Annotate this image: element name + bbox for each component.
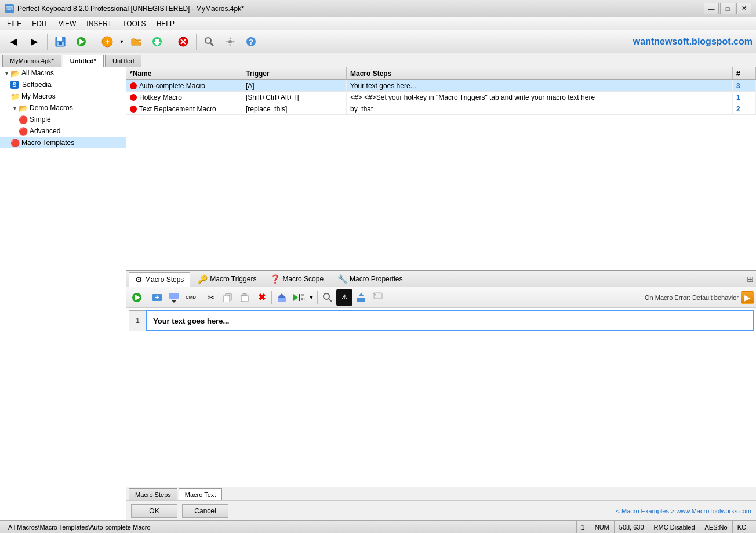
main-toolbar: ◀ ▶ + ▼ + ? wantnewsoft.blogspot.com	[0, 30, 756, 53]
subtab-macro-text-label: Macro Text	[185, 491, 216, 498]
sidebar-item-demo-macros[interactable]: ▾ 📂 Demo Macros	[0, 102, 126, 114]
sidebar-label-macro-templates: Macro Templates	[21, 139, 74, 147]
toolbar-sep-2	[94, 34, 94, 50]
list-header: *Name Trigger Macro Steps #	[126, 67, 756, 80]
pt-find[interactable]	[319, 289, 336, 306]
pt-start-step[interactable]: STEP	[290, 289, 307, 306]
config-button[interactable]	[220, 32, 240, 52]
row3-name: Text Replacement Macro	[126, 103, 242, 114]
pt-delete[interactable]: ✖	[253, 289, 270, 306]
find-button[interactable]	[199, 32, 219, 52]
table-row[interactable]: Hotkey Macro [Shift+Ctrl+Alt+T] <#> <#>S…	[126, 92, 756, 103]
collapse-demo-macros[interactable]: ▾	[10, 105, 19, 111]
row2-name-text: Hotkey Macro	[139, 93, 182, 101]
tab-untitled-star[interactable]: Untitled*	[63, 55, 104, 67]
pt-error-arrow[interactable]: ▶	[741, 291, 754, 304]
statusbar: All Macros\Macro Templates\Auto-complete…	[0, 520, 756, 533]
pt-add-below[interactable]	[166, 289, 182, 306]
row2-steps: <#> <#>Set your hot-key in "Macro Trigge…	[347, 92, 733, 103]
import-button[interactable]	[147, 32, 167, 52]
pt-move-up[interactable]	[274, 289, 290, 306]
minimize-button[interactable]: —	[704, 3, 719, 14]
svg-rect-28	[243, 293, 246, 296]
step-content-1[interactable]: Your text goes here...	[146, 310, 754, 331]
svg-line-15	[210, 43, 213, 46]
macro-examples-link[interactable]: < Macro Examples > www.MacroToolworks.co…	[616, 507, 751, 514]
pt-right: On Macro Error: Default behavior ▶	[645, 291, 754, 304]
step-row-1: 1 Your text goes here...	[129, 310, 754, 331]
row2-count: 1	[733, 92, 756, 103]
save-button[interactable]	[50, 32, 70, 52]
row1-name-text: Auto-complete Macro	[139, 82, 205, 90]
status-step: 1	[577, 521, 590, 533]
tab-mymacros[interactable]: MyMacros.4pk*	[2, 55, 61, 67]
menu-insert[interactable]: INSERT	[82, 18, 117, 30]
cancel-button[interactable]: Cancel	[182, 504, 228, 518]
back-button[interactable]: ◀	[3, 32, 23, 52]
menu-edit[interactable]: EDIT	[27, 18, 52, 30]
help-button[interactable]: ?	[241, 32, 261, 52]
tab-macro-properties[interactable]: 🔧 Macro Properties	[331, 271, 409, 287]
svg-text:STEP: STEP	[301, 297, 305, 300]
run-button[interactable]	[71, 32, 91, 52]
forward-button[interactable]: ▶	[24, 32, 44, 52]
toolbar-sep-1	[47, 34, 48, 50]
titlebar: ⌨ Perfect Keyboard 8.2.0 Professional [U…	[0, 0, 756, 17]
bottom-subtabs: Macro Steps Macro Text	[126, 487, 756, 501]
new-macro-button[interactable]: +	[97, 32, 117, 52]
row3-trigger: [replace_this]	[242, 103, 347, 114]
pt-paste[interactable]	[237, 289, 253, 306]
svg-marker-31	[293, 294, 298, 301]
simple-icon: 🔴	[19, 115, 28, 124]
panel-expand-icon[interactable]: ⊞	[747, 274, 754, 284]
menu-tools[interactable]: TOOLS	[118, 18, 150, 30]
menu-help[interactable]: HELP	[152, 18, 179, 30]
tab-macro-scope[interactable]: ❓ Macro Scope	[264, 271, 330, 287]
sidebar-item-softpedia[interactable]: S Softpedia	[0, 79, 126, 90]
menubar: FILE EDIT VIEW INSERT TOOLS HELP	[0, 17, 756, 30]
sidebar-label-softpedia: Softpedia	[22, 81, 52, 89]
maximize-button[interactable]: □	[720, 3, 735, 14]
pt-warn[interactable]: ⚠	[336, 289, 352, 306]
macro-templates-icon: 🔴	[10, 138, 20, 147]
sidebar-item-simple[interactable]: 🔴 Simple	[0, 114, 126, 125]
menu-view[interactable]: VIEW	[54, 18, 81, 30]
sidebar-item-macro-templates[interactable]: 🔴 Macro Templates	[0, 137, 126, 148]
table-row[interactable]: Text Replacement Macro [replace_this] by…	[126, 103, 756, 115]
subtab-macro-text[interactable]: Macro Text	[179, 488, 223, 500]
pt-run-button[interactable]	[129, 289, 145, 306]
advanced-icon: 🔴	[19, 126, 28, 136]
tab-macro-steps[interactable]: ⚙ Macro Steps	[129, 272, 190, 287]
pt-cut[interactable]: ✂	[203, 289, 219, 306]
delete-button[interactable]	[173, 32, 193, 52]
tab-macro-triggers[interactable]: 🔑 Macro Triggers	[191, 271, 263, 287]
ok-button[interactable]: OK	[131, 504, 177, 518]
status-num: NUM	[590, 521, 615, 533]
pt-cmd[interactable]: CMD	[183, 289, 199, 306]
status-coords: 508, 630	[615, 521, 649, 533]
macro-scope-tab-icon: ❓	[270, 274, 280, 284]
steps-content: 1 Your text goes here...	[126, 308, 756, 487]
pt-add-step[interactable]: +	[149, 289, 165, 306]
pt-start-step-arrow[interactable]: ▼	[307, 289, 315, 306]
add-folder-button[interactable]: +	[126, 32, 146, 52]
pt-copy[interactable]	[220, 289, 236, 306]
sidebar-item-my-macros[interactable]: 📁 My Macros	[0, 90, 126, 102]
sidebar-item-advanced[interactable]: 🔴 Advanced	[0, 125, 126, 137]
row2-name: Hotkey Macro	[126, 92, 242, 103]
table-row[interactable]: Auto-complete Macro [A] Your text goes h…	[126, 80, 756, 92]
svg-rect-32	[299, 294, 300, 301]
row1-name: Auto-complete Macro	[126, 80, 242, 91]
subtab-macro-steps[interactable]: Macro Steps	[129, 488, 177, 500]
close-button[interactable]: ✕	[736, 3, 751, 14]
pt-export2[interactable]	[353, 289, 369, 306]
macro-properties-tab-icon: 🔧	[337, 274, 347, 284]
sidebar-item-all-macros[interactable]: ▾ 📂 All Macros	[0, 67, 126, 79]
pt-import2[interactable]	[370, 289, 386, 306]
status-path: All Macros\Macro Templates\Auto-complete…	[3, 521, 577, 533]
menu-file[interactable]: FILE	[2, 18, 26, 30]
new-macro-arrow[interactable]: ▼	[118, 32, 125, 52]
row1-trigger: [A]	[242, 80, 347, 91]
tab-untitled[interactable]: Untitled	[105, 55, 141, 67]
collapse-all-macros[interactable]: ▾	[2, 70, 10, 77]
